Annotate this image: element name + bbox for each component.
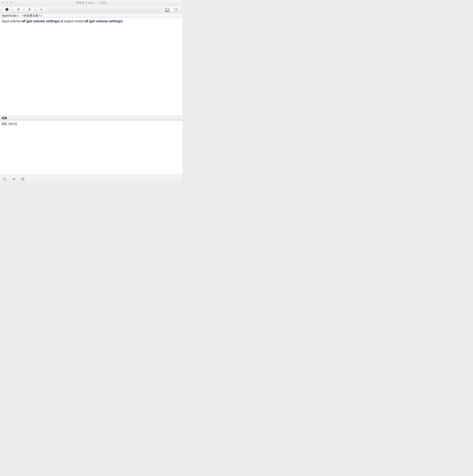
result-token: { (2, 122, 3, 126)
result-pane[interactable]: {42, false} (0, 120, 182, 174)
result-token: } (16, 122, 17, 126)
window-title: 未命名 2.scpt — 已编辑 ⌄ (0, 1, 182, 4)
result-token: false (8, 122, 16, 126)
code-token: & (61, 19, 63, 23)
run-button[interactable] (25, 7, 35, 12)
result-header: 结果 (0, 116, 182, 120)
side-pane-icon (174, 8, 178, 11)
code-token: ) (59, 19, 60, 23)
result-header-label: 结果 (2, 117, 7, 120)
hammer-icon (39, 8, 43, 11)
log-view-button[interactable] (21, 177, 25, 181)
elements-selector[interactable]: <未选择元素> ▲▼ (20, 14, 44, 18)
document-icon (73, 1, 75, 4)
elements-label: <未选择元素> (22, 14, 40, 17)
stop-icon (17, 8, 19, 11)
view-bottom-pane-button[interactable] (163, 7, 171, 12)
code-token: output muted (64, 19, 84, 23)
code-token: of (22, 19, 25, 23)
script-editor[interactable]: input volume of (get volume settings) & … (0, 18, 182, 116)
result-token: 42 (3, 122, 7, 126)
document-separator: — (94, 1, 97, 4)
record-button[interactable] (2, 7, 12, 12)
language-selector[interactable]: AppleScript ▲▼ (0, 14, 20, 18)
nav-bar: AppleScript ▲▼ <未选择元素> ▲▼ (0, 14, 182, 18)
stop-button[interactable] (14, 7, 23, 12)
info-icon (3, 177, 6, 181)
document-edited-label: 已编辑 (98, 1, 107, 4)
code-token: ) (122, 19, 123, 23)
code-token: input volume (2, 19, 21, 23)
record-icon (5, 8, 8, 11)
document-filename: 未命名 2.scpt (76, 1, 93, 4)
updown-icon: ▲▼ (17, 15, 18, 17)
compile-button[interactable] (36, 7, 46, 12)
updown-icon: ▲▼ (40, 15, 42, 17)
info-button[interactable] (2, 177, 7, 181)
view-side-pane-button[interactable] (171, 7, 180, 12)
play-icon (29, 8, 31, 11)
code-token: get volume settings (90, 19, 122, 23)
code-token: get volume settings (27, 19, 59, 23)
chevron-down-icon[interactable]: ⌄ (108, 1, 110, 4)
bottom-pane-icon (165, 8, 169, 11)
svg-point-1 (4, 178, 5, 179)
result-token: , (7, 122, 8, 126)
view-toggle (163, 6, 181, 13)
status-bar (0, 174, 182, 183)
return-icon (12, 177, 16, 181)
result-view-button[interactable] (12, 177, 16, 181)
svg-rect-2 (4, 179, 5, 180)
toolbar (0, 5, 182, 14)
language-label: AppleScript (2, 14, 16, 17)
code-token: of (85, 19, 88, 23)
list-icon (21, 177, 25, 181)
titlebar: 未命名 2.scpt — 已编辑 ⌄ (0, 0, 182, 5)
